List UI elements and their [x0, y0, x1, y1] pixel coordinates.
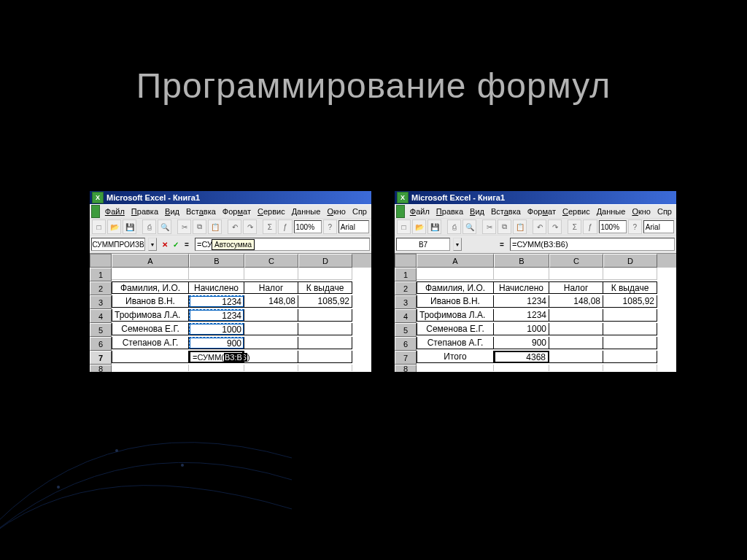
col-header-A[interactable]: A — [417, 254, 494, 268]
formula-input[interactable]: =СУММ(B3:B6) — [510, 238, 675, 251]
menu-edit[interactable]: Правка — [128, 206, 161, 217]
cell[interactable] — [244, 337, 298, 349]
row-header[interactable]: 2 — [395, 281, 417, 295]
row-header[interactable]: 4 — [90, 309, 112, 323]
cell[interactable]: Начислено — [189, 281, 244, 294]
paste-icon[interactable]: 📋 — [513, 219, 527, 234]
menu-tools[interactable]: Сервис — [255, 206, 288, 217]
row-header[interactable]: 4 — [395, 309, 417, 323]
menubar[interactable]: Файл Правка Вид Вставка Формат Сервис Да… — [90, 204, 371, 218]
equals-icon[interactable]: = — [497, 239, 507, 249]
autosum-icon[interactable]: Σ — [263, 219, 276, 234]
cell[interactable]: 1234 — [189, 309, 244, 322]
col-header-A[interactable]: A — [112, 254, 189, 268]
row-header[interactable]: 7 — [395, 351, 417, 365]
cell[interactable]: Степанов А.Г. — [112, 337, 189, 349]
cell[interactable]: Степанов А.Г. — [417, 337, 494, 349]
cell[interactable]: 900 — [189, 337, 244, 349]
name-dropdown-icon[interactable]: ▼ — [148, 238, 157, 251]
cell[interactable] — [603, 309, 657, 322]
open-icon[interactable]: 📂 — [107, 219, 121, 234]
menu-file[interactable]: Файл — [407, 206, 433, 217]
cell[interactable] — [298, 351, 352, 363]
preview-icon[interactable]: 🔍 — [462, 219, 476, 234]
new-icon[interactable]: □ — [92, 219, 106, 234]
menu-help[interactable]: Спр — [349, 206, 370, 217]
cell[interactable]: К выдаче — [603, 281, 657, 294]
active-cell[interactable]: =СУММ(B3:B6) — [189, 351, 244, 363]
open-icon[interactable]: 📂 — [412, 219, 426, 234]
menu-insert[interactable]: Вставка — [183, 206, 219, 217]
active-cell[interactable]: 4368 — [494, 351, 549, 363]
cell[interactable]: Иванов В.Н. — [417, 295, 494, 308]
cell[interactable] — [244, 323, 298, 335]
cell[interactable]: 1234 — [189, 295, 244, 308]
cell[interactable]: Трофимова Л.А. — [417, 309, 494, 322]
row-header[interactable]: 6 — [90, 337, 112, 351]
row-header[interactable]: 2 — [90, 281, 112, 295]
save-icon[interactable]: 💾 — [427, 219, 441, 234]
cell[interactable] — [549, 351, 603, 363]
cell[interactable] — [549, 323, 603, 335]
select-all-corner[interactable] — [90, 254, 112, 268]
name-box[interactable]: B7 — [396, 238, 450, 251]
menu-file[interactable]: Файл — [102, 206, 128, 217]
copy-icon[interactable]: ⧉ — [498, 219, 511, 234]
cancel-icon[interactable]: ✕ — [160, 239, 170, 249]
row-header[interactable]: 1 — [395, 268, 417, 281]
row-header[interactable]: 6 — [395, 337, 417, 351]
undo-icon[interactable]: ↶ — [228, 219, 241, 234]
font-box[interactable]: Arial — [338, 220, 369, 233]
cell[interactable]: 148,08 — [244, 295, 298, 308]
cell[interactable]: Налог — [244, 281, 298, 294]
cell[interactable] — [298, 309, 352, 322]
titlebar[interactable]: X Microsoft Excel - Книга1 — [395, 191, 676, 204]
menubar[interactable]: Файл Правка Вид Вставка Формат Сервис Да… — [395, 204, 676, 218]
cell[interactable] — [298, 337, 352, 349]
cell[interactable]: 900 — [494, 337, 549, 349]
cell[interactable] — [298, 323, 352, 335]
cell[interactable]: Фамилия, И.О. — [417, 281, 494, 294]
formula-input[interactable]: =СУ Автосумма — [195, 238, 370, 251]
cell[interactable] — [244, 309, 298, 322]
cell[interactable]: Иванов В.Н. — [112, 295, 189, 308]
help-icon[interactable]: ? — [323, 219, 337, 234]
cell[interactable]: 148,08 — [549, 295, 603, 308]
enter-icon[interactable]: ✓ — [171, 239, 181, 249]
col-header-B[interactable]: B — [494, 254, 549, 268]
menu-edit[interactable]: Правка — [433, 206, 466, 217]
row-header[interactable]: 8 — [90, 365, 112, 372]
menu-data[interactable]: Данные — [594, 206, 629, 217]
cell[interactable]: Семенова Е.Г. — [112, 323, 189, 335]
menu-data[interactable]: Данные — [289, 206, 324, 217]
cell[interactable]: 1085,92 — [298, 295, 352, 308]
row-header[interactable]: 5 — [395, 323, 417, 337]
zoom-box[interactable]: 100% — [599, 220, 627, 233]
autosum-icon[interactable]: Σ — [568, 219, 581, 234]
menu-format[interactable]: Формат — [220, 206, 254, 217]
menu-window[interactable]: Окно — [324, 206, 349, 217]
menu-window[interactable]: Окно — [629, 206, 654, 217]
cell[interactable] — [244, 351, 298, 363]
row-header[interactable]: 3 — [395, 295, 417, 309]
name-dropdown-icon[interactable]: ▼ — [453, 238, 462, 251]
cell[interactable]: Налог — [549, 281, 603, 294]
cell[interactable]: 1000 — [494, 323, 549, 335]
cell[interactable]: 1234 — [494, 309, 549, 322]
menu-view[interactable]: Вид — [467, 206, 487, 217]
menu-view[interactable]: Вид — [162, 206, 182, 217]
col-header-D[interactable]: D — [298, 254, 352, 268]
cell[interactable]: Семенова Е.Г. — [417, 323, 494, 335]
row-header[interactable]: 5 — [90, 323, 112, 337]
col-header-D[interactable]: D — [603, 254, 657, 268]
zoom-box[interactable]: 100% — [294, 220, 322, 233]
equals-icon[interactable]: = — [182, 239, 192, 249]
help-icon[interactable]: ? — [628, 219, 642, 234]
menu-format[interactable]: Формат — [525, 206, 559, 217]
cell[interactable]: Начислено — [494, 281, 549, 294]
row-header[interactable]: 7 — [90, 351, 112, 365]
row-header[interactable]: 3 — [90, 295, 112, 309]
print-icon[interactable]: ⎙ — [142, 219, 156, 234]
menu-help[interactable]: Спр — [654, 206, 675, 217]
col-header-C[interactable]: C — [244, 254, 298, 268]
